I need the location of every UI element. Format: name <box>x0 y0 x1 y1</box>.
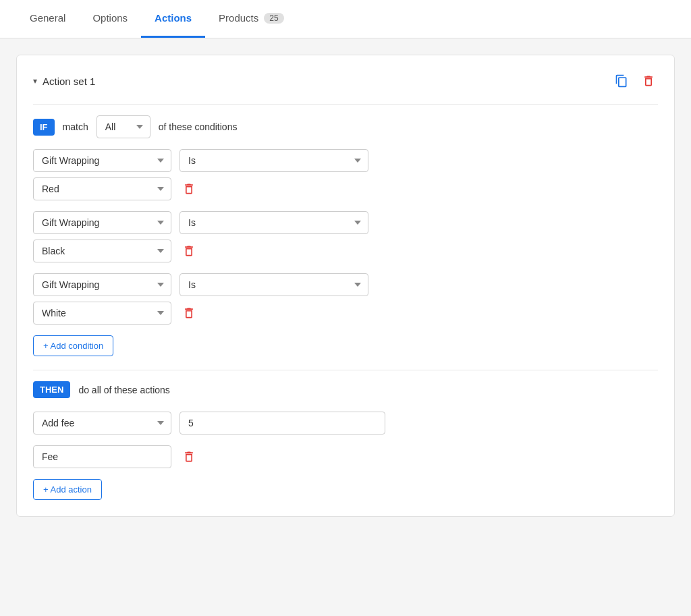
action-type-select[interactable]: Add fee <box>33 412 171 435</box>
delete-condition-2-button[interactable] <box>179 242 198 260</box>
condition-type-1[interactable]: Gift Wrapping <box>33 149 171 172</box>
condition-type-3[interactable]: Gift Wrapping <box>33 273 171 296</box>
delete-action-button[interactable] <box>179 447 198 466</box>
condition-line-2: Gift Wrapping Is <box>33 211 658 234</box>
of-these-conditions-text: of these conditions <box>159 121 238 132</box>
delete-condition-3-button[interactable] <box>179 304 198 323</box>
then-badge: THEN <box>33 381 70 398</box>
condition-line-3: Gift Wrapping Is <box>33 273 658 296</box>
condition-value-line-1: Red <box>33 177 658 200</box>
action-set-label: Action set 1 <box>43 76 95 87</box>
then-label: do all of these actions <box>78 385 169 395</box>
match-label: match <box>63 121 88 132</box>
condition-operator-3[interactable]: Is <box>179 273 368 296</box>
tab-actions[interactable]: Actions <box>141 0 205 38</box>
trash-icon <box>182 182 196 196</box>
trash-icon <box>182 244 196 258</box>
condition-value-line-2: Black <box>33 240 658 262</box>
action-set-card: ▾ Action set 1 <box>16 55 675 517</box>
tab-options-label: Options <box>92 12 128 24</box>
then-row: THEN do all of these actions <box>33 381 658 398</box>
tab-products[interactable]: Products 25 <box>205 0 298 38</box>
chevron-down-icon: ▾ <box>33 76 37 86</box>
main-content: ▾ Action set 1 <box>0 38 691 533</box>
tab-options[interactable]: Options <box>79 0 141 38</box>
trash-icon <box>182 306 196 320</box>
divider-top <box>33 104 658 105</box>
trash-icon <box>642 74 655 88</box>
condition-operator-2[interactable]: Is <box>179 211 368 234</box>
add-action-button[interactable]: + Add action <box>33 479 102 500</box>
action-set-title[interactable]: ▾ Action set 1 <box>33 76 95 87</box>
condition-value-2[interactable]: Black <box>33 240 171 262</box>
add-condition-button[interactable]: + Add condition <box>33 335 113 356</box>
action-fee-row: Add fee <box>33 412 658 435</box>
add-action-wrapper: + Add action <box>33 479 658 500</box>
condition-value-3[interactable]: White <box>33 302 171 325</box>
condition-block-3: Gift Wrapping Is White <box>33 273 658 325</box>
tab-actions-label: Actions <box>155 12 192 24</box>
condition-value-1[interactable]: Red <box>33 177 171 200</box>
condition-block-1: Gift Wrapping Is Red <box>33 149 658 200</box>
tab-general-label: General <box>30 12 65 24</box>
fee-label-input[interactable] <box>33 445 171 468</box>
match-select[interactable]: All Any None <box>96 115 150 138</box>
add-condition-wrapper: + Add condition <box>33 335 658 356</box>
condition-block-2: Gift Wrapping Is Black <box>33 211 658 262</box>
tab-products-label: Products <box>219 12 258 24</box>
delete-condition-1-button[interactable] <box>179 179 198 198</box>
condition-operator-1[interactable]: Is <box>179 149 368 172</box>
condition-value-line-3: White <box>33 302 658 325</box>
action-set-icons <box>612 72 658 90</box>
action-value-input[interactable] <box>179 412 385 435</box>
fee-input-row <box>33 445 658 468</box>
divider-middle <box>33 370 658 370</box>
condition-line-1: Gift Wrapping Is <box>33 149 658 172</box>
action-set-header: ▾ Action set 1 <box>33 72 658 90</box>
copy-button[interactable] <box>612 72 631 90</box>
products-badge: 25 <box>264 13 283 24</box>
condition-type-2[interactable]: Gift Wrapping <box>33 211 171 234</box>
tab-general[interactable]: General <box>16 0 79 38</box>
then-section: THEN do all of these actions Add fee <box>33 381 658 500</box>
top-nav: General Options Actions Products 25 <box>0 0 691 38</box>
delete-action-set-button[interactable] <box>639 72 658 90</box>
trash-icon <box>182 450 196 464</box>
if-badge: IF <box>33 119 55 136</box>
if-row: IF match All Any None of these condition… <box>33 115 658 138</box>
copy-icon <box>615 74 628 88</box>
